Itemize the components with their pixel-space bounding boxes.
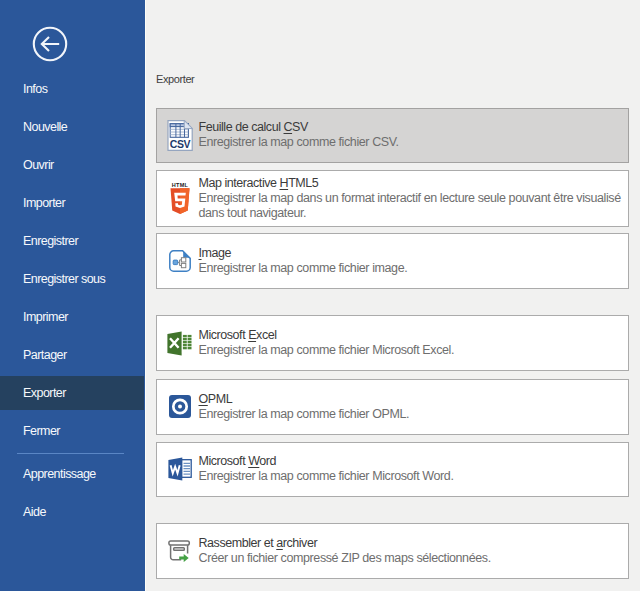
svg-text:CSV: CSV (169, 138, 190, 150)
svg-text:HTML: HTML (171, 182, 188, 188)
